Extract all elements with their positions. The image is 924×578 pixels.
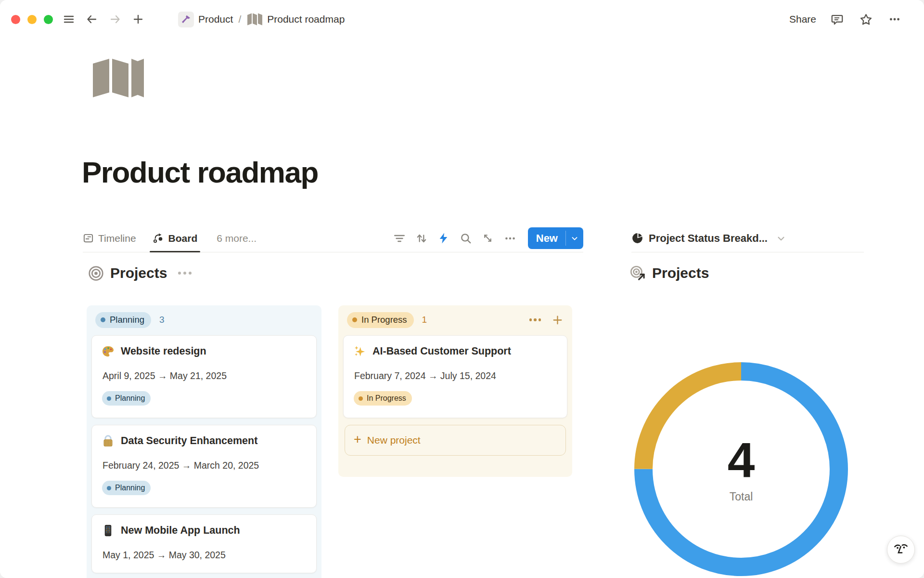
view-tabbar: Timeline Board 6 more... bbox=[83, 224, 583, 252]
new-button-group: New bbox=[528, 227, 583, 249]
chevron-down-icon bbox=[570, 234, 579, 243]
plus-icon: + bbox=[354, 433, 361, 446]
view-toolbar: New bbox=[391, 227, 583, 249]
star-icon bbox=[860, 13, 873, 26]
column-label: In Progress bbox=[361, 315, 407, 325]
palette-icon bbox=[102, 345, 115, 358]
titlebar-actions: Share bbox=[789, 11, 903, 27]
back-arrow-icon bbox=[86, 13, 98, 25]
card-title: Data Security Enhancement bbox=[121, 435, 257, 447]
column-label: Planning bbox=[110, 315, 144, 325]
mobile-phone-icon bbox=[102, 524, 115, 537]
expand-button[interactable] bbox=[480, 230, 496, 247]
filter-button[interactable] bbox=[391, 230, 408, 247]
card-title: AI-Based Customer Support bbox=[372, 345, 511, 357]
column-count: 3 bbox=[159, 315, 165, 325]
chart-section-heading: Projects bbox=[629, 265, 709, 281]
more-options-button[interactable] bbox=[886, 11, 903, 27]
sort-button[interactable] bbox=[413, 230, 430, 247]
search-button[interactable] bbox=[458, 230, 474, 247]
timeline-view-icon bbox=[83, 233, 94, 244]
nav-group bbox=[61, 11, 146, 27]
new-button[interactable]: New bbox=[528, 227, 565, 249]
chart-panel-header: Project Status Breakd... bbox=[631, 224, 864, 252]
forward-arrow-icon bbox=[109, 13, 121, 25]
card-new-mobile-app-launch[interactable]: New Mobile App Launch May 1, 2025 → May … bbox=[91, 514, 317, 573]
breadcrumb-root-icon-box[interactable] bbox=[178, 12, 194, 27]
page-title: Product roadmap bbox=[82, 155, 318, 189]
card-status-label: Planning bbox=[115, 394, 145, 403]
chart-section-title: Projects bbox=[652, 265, 709, 281]
board-section-title: Projects bbox=[110, 265, 167, 281]
status-dot bbox=[101, 317, 105, 322]
page-icon-map[interactable] bbox=[89, 57, 148, 101]
target-icon bbox=[88, 265, 104, 281]
card-dates: February 24, 2025 → March 20, 2025 bbox=[103, 460, 307, 471]
card-status-label: Planning bbox=[115, 484, 145, 492]
project-status-donut-chart: 4 Total bbox=[634, 362, 848, 576]
tab-timeline[interactable]: Timeline bbox=[83, 224, 136, 252]
automations-button[interactable] bbox=[436, 230, 452, 247]
board-section-heading: Projects bbox=[88, 265, 192, 281]
minimize-button[interactable] bbox=[27, 15, 37, 24]
status-dot bbox=[352, 317, 357, 322]
chevron-down-icon[interactable] bbox=[776, 233, 786, 244]
plus-icon bbox=[132, 13, 144, 25]
tab-timeline-label: Timeline bbox=[98, 233, 136, 244]
breadcrumb-current[interactable]: Product roadmap bbox=[267, 13, 345, 25]
card-ai-based-customer-support[interactable]: AI-Based Customer Support February 7, 20… bbox=[343, 335, 567, 418]
comments-button[interactable] bbox=[829, 11, 845, 27]
board-column-in-progress: In Progress 1 AI-Based Customer Support … bbox=[338, 305, 572, 477]
ai-face-icon bbox=[893, 542, 909, 557]
card-dates: February 7, 2024 → July 15, 2024 bbox=[354, 370, 557, 381]
planning-status-pill[interactable]: Planning bbox=[95, 312, 151, 328]
comment-icon bbox=[831, 13, 844, 26]
chart-view-title[interactable]: Project Status Breakd... bbox=[649, 232, 768, 245]
titlebar: Product / Product roadmap Share bbox=[0, 0, 924, 39]
more-views-button[interactable]: 6 more... bbox=[217, 233, 257, 244]
column-add-card-button[interactable] bbox=[550, 313, 565, 327]
board-section-menu-button[interactable] bbox=[178, 272, 192, 275]
new-button-dropdown[interactable] bbox=[566, 227, 583, 249]
sort-icon bbox=[415, 232, 428, 245]
board-column-planning: Planning 3 Website redesign April 9, 202… bbox=[87, 305, 321, 578]
column-menu-button[interactable] bbox=[528, 313, 542, 327]
filter-icon bbox=[393, 232, 406, 245]
notion-ai-button[interactable] bbox=[887, 536, 915, 564]
forward-button[interactable] bbox=[107, 11, 123, 27]
column-actions bbox=[528, 313, 565, 327]
card-data-security-enhancement[interactable]: Data Security Enhancement February 24, 2… bbox=[91, 425, 317, 508]
linked-target-icon bbox=[629, 265, 646, 281]
pie-chart-icon bbox=[631, 232, 643, 244]
card-website-redesign[interactable]: Website redesign April 9, 2025 → May 21,… bbox=[91, 335, 317, 418]
card-status-label: In Progress bbox=[367, 394, 406, 403]
plus-icon bbox=[552, 314, 564, 326]
lightning-icon bbox=[437, 232, 449, 244]
column-header: Planning 3 bbox=[95, 311, 314, 328]
sparkles-icon bbox=[353, 345, 366, 358]
breadcrumb-root[interactable]: Product bbox=[198, 13, 233, 25]
in-progress-status-pill[interactable]: In Progress bbox=[347, 312, 414, 328]
card-title: Website redesign bbox=[121, 345, 206, 357]
close-button[interactable] bbox=[11, 15, 20, 24]
new-tab-button[interactable] bbox=[130, 11, 146, 27]
zoom-button[interactable] bbox=[44, 15, 53, 24]
new-project-button[interactable]: + New project bbox=[345, 425, 566, 456]
tab-board[interactable]: Board bbox=[153, 224, 198, 252]
column-count: 1 bbox=[422, 315, 427, 325]
sidebar-toggle-button[interactable] bbox=[61, 11, 77, 27]
breadcrumb: Product / Product roadmap bbox=[178, 12, 345, 27]
share-button[interactable]: Share bbox=[789, 13, 816, 25]
back-button[interactable] bbox=[84, 11, 100, 27]
view-options-button[interactable] bbox=[502, 230, 518, 247]
card-status-badge: Planning bbox=[102, 391, 151, 406]
card-dates: May 1, 2025 → May 30, 2025 bbox=[103, 550, 307, 561]
breadcrumb-separator: / bbox=[238, 13, 241, 25]
search-icon bbox=[460, 232, 472, 245]
notion-window: Product / Product roadmap Share Product … bbox=[0, 0, 924, 578]
lock-icon bbox=[102, 434, 115, 447]
map-icon bbox=[89, 57, 148, 99]
status-dot bbox=[359, 396, 363, 401]
hammer-icon bbox=[181, 14, 191, 25]
favorite-button[interactable] bbox=[858, 11, 874, 27]
